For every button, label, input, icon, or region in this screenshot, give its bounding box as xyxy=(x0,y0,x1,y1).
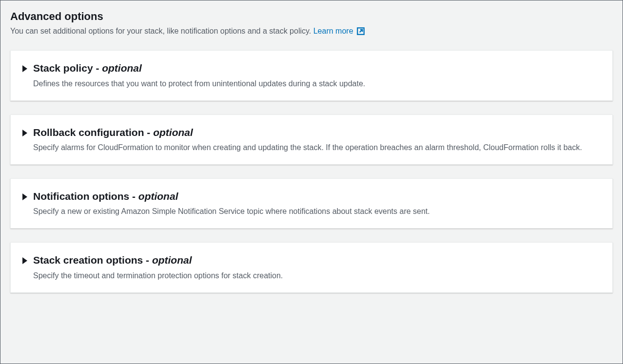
rollback-configuration-header[interactable]: Rollback configuration - optional Specif… xyxy=(22,126,601,153)
expand-icon xyxy=(22,65,27,72)
section-title-text: Stack policy - xyxy=(33,62,102,74)
learn-more-link[interactable]: Learn more xyxy=(313,26,365,37)
expand-icon xyxy=(22,130,27,136)
notification-options-section: Notification options - optional Specify … xyxy=(10,178,613,229)
stack-policy-header[interactable]: Stack policy - optional Defines the reso… xyxy=(22,61,601,89)
section-optional-label: optional xyxy=(102,62,142,74)
advanced-options-panel: Advanced options You can set additional … xyxy=(0,0,623,364)
page-subtitle: You can set additional options for your … xyxy=(10,26,613,37)
stack-creation-options-header[interactable]: Stack creation options - optional Specif… xyxy=(22,253,601,281)
rollback-configuration-section: Rollback configuration - optional Specif… xyxy=(10,115,613,165)
section-optional-label: optional xyxy=(138,191,178,202)
section-title: Rollback configuration - optional xyxy=(33,126,601,139)
section-title: Stack policy - optional xyxy=(33,61,601,75)
section-content: Rollback configuration - optional Specif… xyxy=(33,126,601,153)
section-title: Notification options - optional xyxy=(33,190,601,203)
section-content: Stack creation options - optional Specif… xyxy=(33,253,601,281)
notification-options-header[interactable]: Notification options - optional Specify … xyxy=(22,190,601,217)
section-title: Stack creation options - optional xyxy=(33,253,601,267)
stack-policy-section: Stack policy - optional Defines the reso… xyxy=(10,50,613,100)
external-link-icon xyxy=(356,27,365,36)
learn-more-label: Learn more xyxy=(313,26,353,37)
section-description: Specify alarms for CloudFormation to mon… xyxy=(33,142,601,153)
section-content: Stack policy - optional Defines the reso… xyxy=(33,61,601,89)
section-description: Defines the resources that you want to p… xyxy=(33,78,601,90)
section-optional-label: optional xyxy=(153,127,193,138)
section-title-text: Notification options - xyxy=(33,191,138,202)
page-subtitle-text: You can set additional options for your … xyxy=(10,27,311,35)
stack-creation-options-section: Stack creation options - optional Specif… xyxy=(10,242,613,292)
expand-icon xyxy=(22,193,27,200)
section-optional-label: optional xyxy=(152,254,192,266)
section-title-text: Stack creation options - xyxy=(33,254,152,266)
section-content: Notification options - optional Specify … xyxy=(33,190,601,217)
expand-icon xyxy=(22,257,27,264)
section-title-text: Rollback configuration - xyxy=(33,127,153,138)
page-title: Advanced options xyxy=(10,10,613,23)
section-description: Specify the timeout and termination prot… xyxy=(33,270,601,282)
section-description: Specify a new or existing Amazon Simple … xyxy=(33,206,601,217)
